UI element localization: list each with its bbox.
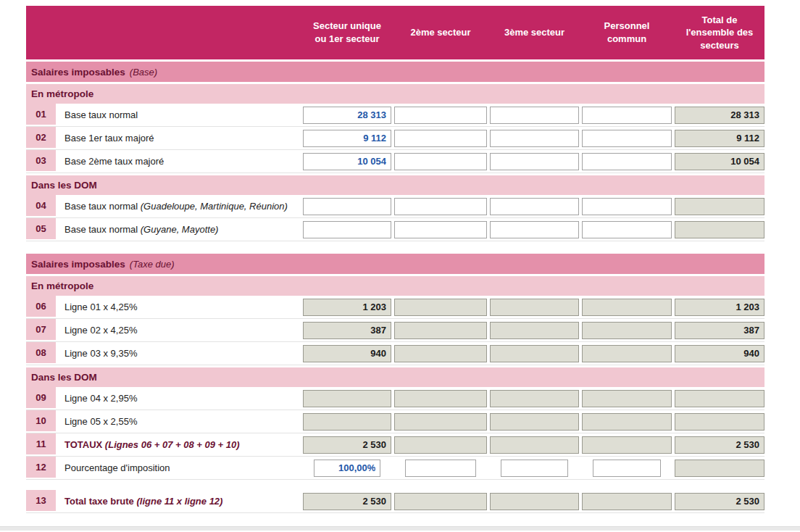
line-number: 11 — [26, 433, 56, 454]
amount-input-secteur-2-ligne-04[interactable] — [394, 198, 487, 215]
computed-value-total-secteurs-ligne-13: 2 530 — [675, 493, 764, 510]
cell-secteur-1-ligne-05 — [303, 221, 391, 238]
subsection-header: Dans les DOM — [26, 175, 764, 195]
amount-input-secteur-2-ligne-03[interactable] — [394, 153, 487, 170]
amount-input-secteur-3-ligne-03[interactable] — [490, 153, 579, 170]
computed-value-personnel-commun-ligne-10 — [582, 413, 672, 431]
line-label-text: Base taux normal — [64, 224, 141, 235]
cell-secteur-3-ligne-05 — [490, 221, 579, 238]
column-header-total-secteurs: Total de l'ensemble des secteurs — [675, 6, 764, 59]
amount-input-personnel-commun-ligne-02[interactable] — [582, 130, 672, 147]
cell-secteur-3-ligne-04 — [490, 198, 579, 215]
line-number: 04 — [26, 195, 56, 216]
amount-input-personnel-commun-ligne-01[interactable] — [582, 107, 672, 124]
table-row: 03 Base 2ème taux majoré 10 054 — [26, 150, 764, 173]
table-row: 12 Pourcentage d'imposition — [26, 457, 764, 480]
line-label-text: Base 1er taux majoré — [64, 133, 154, 144]
amount-input-secteur-2-ligne-05[interactable] — [394, 221, 487, 238]
amount-input-secteur-1-ligne-01[interactable] — [303, 107, 391, 124]
section-title: Salaires imposables — [31, 67, 125, 78]
amount-input-secteur-3-ligne-05[interactable] — [490, 221, 579, 238]
computed-value-secteur-1-ligne-09 — [303, 390, 391, 407]
line-label: Base taux normal (Guadeloupe, Martinique… — [59, 201, 300, 212]
amount-input-secteur-1-ligne-02[interactable] — [303, 130, 391, 147]
cell-personnel-commun-ligne-04 — [582, 198, 672, 215]
computed-value-total-secteurs-ligne-11: 2 530 — [675, 436, 764, 454]
line-label-note: (Guyane, Mayotte) — [141, 224, 219, 235]
cell-secteur-1-ligne-04 — [303, 198, 391, 215]
computed-value-secteur-1-ligne-10 — [303, 413, 391, 431]
computed-value-total-secteurs-ligne-04 — [675, 198, 764, 215]
cell-secteur-3-ligne-12 — [490, 460, 579, 477]
computed-value-secteur-2-ligne-06 — [394, 299, 487, 316]
amount-input-secteur-2-ligne-12[interactable] — [405, 460, 475, 477]
amount-input-secteur-1-ligne-03[interactable] — [303, 153, 391, 170]
computed-value-secteur-3-ligne-10 — [490, 413, 579, 431]
line-label-text: Ligne 01 x 4,25% — [64, 302, 137, 312]
computed-value-personnel-commun-ligne-08 — [582, 345, 672, 362]
table-header-row: Secteur unique ou 1er secteur 2ème secte… — [26, 6, 764, 59]
line-number: 02 — [26, 127, 56, 148]
line-label: Pourcentage d'imposition — [59, 462, 300, 473]
line-number: 12 — [26, 457, 56, 478]
cell-personnel-commun-ligne-01 — [582, 107, 672, 124]
header-corner — [26, 6, 56, 59]
subsection-title: Dans les DOM — [31, 180, 97, 191]
line-label-text: Ligne 03 x 9,35% — [64, 348, 137, 359]
section-note: (Base) — [130, 67, 157, 78]
line-number: 08 — [26, 342, 56, 363]
subsection-title: Dans les DOM — [31, 372, 97, 383]
table-row: 08 Ligne 03 x 9,35% 940940 — [26, 342, 764, 365]
column-header-secteur-1: Secteur unique ou 1er secteur — [303, 6, 391, 59]
line-number: 10 — [26, 410, 56, 431]
tax-form-table: Secteur unique ou 1er secteur 2ème secte… — [26, 6, 764, 513]
line-label: Base taux normal (Guyane, Mayotte) — [59, 224, 300, 235]
line-label-text: Ligne 02 x 4,25% — [64, 325, 137, 336]
amount-input-secteur-2-ligne-01[interactable] — [394, 107, 487, 124]
amount-input-secteur-3-ligne-12[interactable] — [501, 460, 568, 477]
section-title: Salaires imposables — [31, 259, 125, 270]
amount-input-secteur-1-ligne-04[interactable] — [303, 198, 391, 215]
column-header-secteur-3: 3ème secteur — [490, 6, 579, 59]
amount-input-secteur-1-ligne-12[interactable] — [314, 460, 381, 477]
computed-value-secteur-2-ligne-11 — [394, 436, 487, 454]
computed-value-secteur-2-ligne-07 — [394, 322, 487, 339]
cell-secteur-2-ligne-12 — [394, 460, 487, 477]
table-row: 10 Ligne 05 x 2,55% — [26, 410, 764, 433]
computed-value-secteur-1-ligne-08: 940 — [303, 345, 391, 362]
computed-value-secteur-3-ligne-11 — [490, 436, 579, 454]
computed-value-total-secteurs-ligne-10 — [675, 413, 764, 431]
line-label-text: Ligne 05 x 2,55% — [64, 416, 137, 427]
amount-input-personnel-commun-ligne-03[interactable] — [582, 153, 672, 170]
computed-value-total-secteurs-ligne-08: 940 — [675, 345, 764, 362]
computed-value-personnel-commun-ligne-07 — [582, 322, 672, 339]
line-label: Ligne 05 x 2,55% — [59, 416, 300, 427]
amount-input-personnel-commun-ligne-04[interactable] — [582, 198, 672, 215]
subsection-title: En métropole — [31, 88, 93, 99]
amount-input-secteur-3-ligne-02[interactable] — [490, 130, 579, 147]
line-number: 13 — [26, 490, 56, 511]
section-note: (Taxe due) — [130, 259, 175, 270]
amount-input-personnel-commun-ligne-05[interactable] — [582, 221, 672, 238]
amount-input-secteur-2-ligne-02[interactable] — [394, 130, 487, 147]
amount-input-secteur-3-ligne-04[interactable] — [490, 198, 579, 215]
computed-value-secteur-3-ligne-06 — [490, 299, 579, 316]
computed-value-secteur-3-ligne-09 — [490, 390, 579, 407]
computed-value-personnel-commun-ligne-11 — [582, 436, 672, 454]
line-label-note: (Guadeloupe, Martinique, Réunion) — [141, 201, 288, 212]
amount-input-personnel-commun-ligne-12[interactable] — [593, 460, 661, 477]
cell-secteur-3-ligne-01 — [490, 107, 579, 124]
line-label-note: (ligne 11 x ligne 12) — [136, 496, 222, 507]
table-row: 05 Base taux normal (Guyane, Mayotte) — [26, 218, 764, 241]
line-label: Ligne 03 x 9,35% — [59, 348, 300, 359]
line-label-text: Pourcentage d'imposition — [64, 462, 170, 473]
amount-input-secteur-3-ligne-01[interactable] — [490, 107, 579, 124]
line-label: TOTAUX (Lignes 06 + 07 + 08 + 09 + 10) — [59, 439, 300, 450]
line-number: 06 — [26, 296, 56, 317]
computed-value-secteur-3-ligne-08 — [490, 345, 579, 362]
cell-secteur-2-ligne-05 — [394, 221, 487, 238]
line-label: Ligne 02 x 4,25% — [59, 325, 300, 336]
amount-input-secteur-1-ligne-05[interactable] — [303, 221, 391, 238]
line-label-text: Base taux normal — [64, 201, 141, 212]
line-label-text: Base taux normal — [64, 109, 138, 120]
